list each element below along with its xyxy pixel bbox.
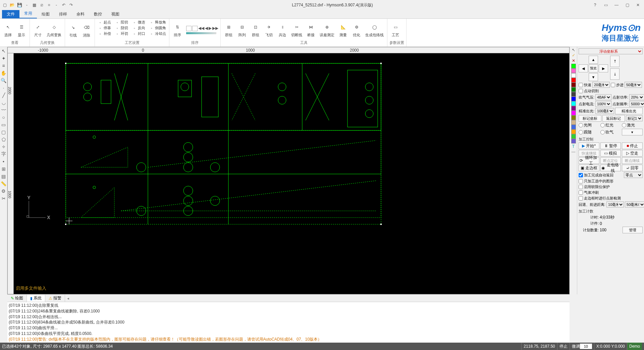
tool-button[interactable]: ⊡群组 xyxy=(250,22,262,38)
jog-z-up-button[interactable]: ⤒ xyxy=(610,56,620,67)
tool-button[interactable]: ⊕误差测定 xyxy=(318,22,336,38)
layer-color-swatch[interactable] xyxy=(571,120,576,125)
sort-opt-icon[interactable]: ◀ xyxy=(205,26,208,31)
process-small-button[interactable]: ◦补偿 xyxy=(97,31,112,37)
breakpoint-continue-button[interactable]: 断点继续 xyxy=(622,157,643,164)
tool-button[interactable]: ⋈桥接 xyxy=(305,22,317,38)
layer-color-swatch[interactable] xyxy=(571,97,576,101)
step-select[interactable]: 50毫米 xyxy=(625,82,642,88)
tool-line-icon[interactable]: ╱ xyxy=(0,92,7,99)
menu-tab[interactable]: 常用 xyxy=(19,9,37,18)
layer-color-swatch[interactable] xyxy=(571,115,576,120)
open-icon[interactable]: 📂 xyxy=(9,2,15,8)
close-icon[interactable]: ✕ xyxy=(633,2,643,8)
pause-button[interactable]: ⏸ 暂停 xyxy=(600,142,621,149)
tool-button[interactable]: ⊟阵列 xyxy=(236,22,248,38)
tool1-icon[interactable]: ⎚ xyxy=(38,2,45,8)
tool-more-icon[interactable]: ⚙ xyxy=(0,188,7,194)
tool-arc-icon[interactable]: ◡ xyxy=(0,99,7,106)
tool-zoom-icon[interactable]: 🔍 xyxy=(0,77,7,84)
process-small-button[interactable]: ◦冷却点 xyxy=(148,31,167,37)
blow-radio[interactable]: 吹气 xyxy=(600,129,621,135)
preview-button[interactable]: 预览 xyxy=(589,64,598,72)
dotcut-checkbox[interactable] xyxy=(579,89,583,93)
walk-envelope-button[interactable]: ◉ 走包络线 xyxy=(600,165,621,171)
drawing-canvas[interactable]: XY xyxy=(14,53,569,294)
mark-coord-button[interactable]: 标记坐标 xyxy=(579,115,601,122)
process-small-button[interactable]: ◦阴切 xyxy=(114,25,129,31)
fine-input[interactable] xyxy=(580,344,592,349)
menu-tab[interactable]: 排样 xyxy=(54,10,72,18)
sort-button[interactable]: ⇅排序 xyxy=(171,22,183,38)
layer-last-icon[interactable]: — xyxy=(572,150,576,154)
process-small-button[interactable]: ◦起点 xyxy=(97,19,112,25)
tool-button[interactable]: 📐测量 xyxy=(337,22,349,38)
dot-current-select[interactable]: 100% xyxy=(595,101,611,107)
layer-cursor-icon[interactable]: ↖ xyxy=(572,48,575,52)
simulate-button[interactable]: ▭ 模拟 xyxy=(600,150,621,157)
tool-measure-icon[interactable]: 📏 xyxy=(0,180,7,187)
file-tab[interactable]: 文件 xyxy=(2,10,19,18)
tool-circle-icon[interactable]: ○ xyxy=(0,114,7,121)
only-selected-checkbox[interactable] xyxy=(579,179,583,183)
layer-t-icon[interactable]: T xyxy=(572,144,575,149)
retreat-speed-select[interactable]: 50毫米/秒 xyxy=(625,201,644,208)
layer-color-swatch[interactable] xyxy=(571,73,576,78)
layer-color-swatch[interactable] xyxy=(571,101,576,106)
tool-cut-icon[interactable]: ✂ xyxy=(0,195,7,202)
dot-freq-select[interactable]: 5000Hz xyxy=(629,101,644,107)
tool-node-icon[interactable]: ✦ xyxy=(0,55,7,62)
process-small-button[interactable]: ◦微连 xyxy=(131,19,146,25)
tab-alarm[interactable]: ⚠报警 xyxy=(45,295,65,302)
jog-z-down-button[interactable]: ⤓ xyxy=(610,68,620,80)
process-small-button[interactable]: ◦封口 xyxy=(131,31,146,37)
dot-detect-checkbox[interactable] xyxy=(579,196,583,200)
process-small-button[interactable]: ◦倒圆角 xyxy=(148,25,167,31)
sort-opt-icon[interactable] xyxy=(192,26,198,31)
process-small-button[interactable]: ◦释放角 xyxy=(148,19,167,25)
display-button[interactable]: ☰显示 xyxy=(15,22,28,38)
tool-button[interactable]: ⊞群组 xyxy=(223,22,235,38)
soft-limit-checkbox[interactable] xyxy=(579,185,583,189)
process-small-button[interactable]: ◦停靠 xyxy=(97,25,112,31)
tool-button[interactable]: ⫴共边 xyxy=(276,22,288,38)
tool-rect-icon[interactable]: ▭ xyxy=(0,121,7,128)
new-icon[interactable]: ▢ xyxy=(1,2,8,8)
jog-left-button[interactable]: ◀ xyxy=(579,64,588,72)
step-checkbox[interactable] xyxy=(611,83,615,87)
gas-flush-checkbox[interactable] xyxy=(579,190,583,195)
help-icon[interactable]: ? xyxy=(590,2,600,8)
layer-color-swatch[interactable] xyxy=(571,111,576,115)
redo-icon[interactable]: ↷ xyxy=(68,2,74,8)
loop-button[interactable]: ⟳ 循环加工 xyxy=(579,157,599,164)
mark-select[interactable]: 标记1 xyxy=(626,115,643,121)
tab-system[interactable]: ▮系统 xyxy=(27,295,45,302)
tool-button[interactable]: ✈飞切 xyxy=(263,22,275,38)
layer-color-swatch[interactable] xyxy=(571,129,576,134)
process-small-button[interactable]: ◦反向 xyxy=(131,25,146,31)
sort-opt-icon[interactable]: ▶▶ xyxy=(212,26,218,31)
menu-tab[interactable]: 余料 xyxy=(72,10,89,18)
follow-radio[interactable]: 跟随 xyxy=(579,129,599,135)
tool-layer-icon[interactable]: ▤ xyxy=(0,173,7,180)
clear-button[interactable]: ⌫清除 xyxy=(80,22,93,39)
layer-color-swatch[interactable] xyxy=(571,64,576,68)
fast-select[interactable]: 20毫米 xyxy=(592,82,610,88)
menu-tab[interactable]: 视图 xyxy=(107,10,124,18)
dryrun-button[interactable]: ▷ 空走 xyxy=(622,150,643,157)
maximize-icon[interactable]: ▢ xyxy=(623,2,632,8)
precise-light-select[interactable]: 100毫秒 xyxy=(595,108,614,114)
process-small-button[interactable]: ◦阳切 xyxy=(114,19,129,25)
walk-frame-button[interactable]: ▣ 走边框 xyxy=(579,165,599,171)
blow-dropdown-button[interactable]: ▾ xyxy=(622,129,643,135)
auto-return-checkbox[interactable] xyxy=(579,173,583,177)
manage-button[interactable]: 管理 xyxy=(623,227,643,233)
shutter-radio[interactable]: 光闸 xyxy=(579,122,599,128)
tool-button[interactable]: ⚙优化 xyxy=(351,22,363,38)
tool-order-icon[interactable]: ≡ xyxy=(0,62,7,69)
layer-color-swatch[interactable] xyxy=(571,87,576,92)
grid-icon[interactable]: ▦ xyxy=(31,2,38,8)
canvas-area[interactable]: -1000 0 1000 2000 2000 1000 xyxy=(7,47,570,294)
jog-up-button[interactable]: ▲ xyxy=(589,56,598,64)
coord-system-select[interactable]: 浮动坐标系 xyxy=(579,48,643,54)
